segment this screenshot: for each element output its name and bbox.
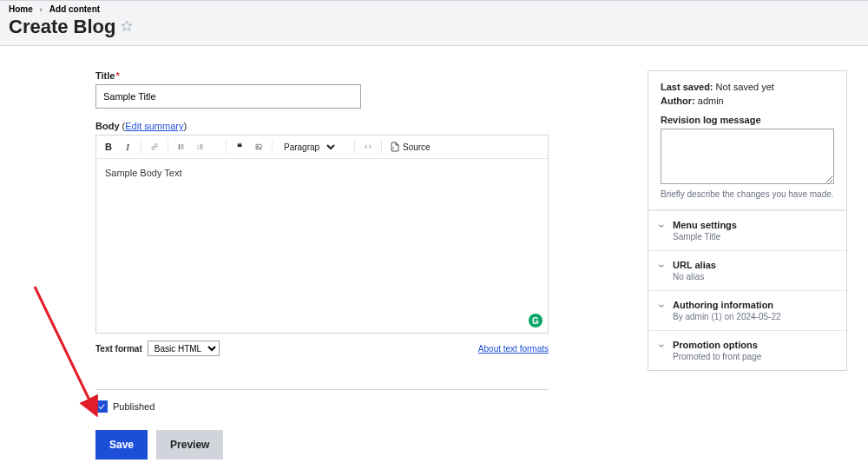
chevron-down-icon	[657, 222, 666, 230]
title-input[interactable]	[95, 84, 361, 109]
accordion-promotion-options[interactable]: Promotion options Promoted to front page	[648, 330, 846, 370]
text-format-label: Text format	[95, 344, 142, 354]
svg-marker-0	[122, 21, 133, 30]
body-label-row: Body (Edit summary)	[95, 121, 549, 131]
bold-button[interactable]: B	[100, 138, 117, 155]
chevron-down-icon	[657, 341, 666, 350]
last-saved-label: Last saved:	[661, 82, 713, 92]
save-button[interactable]: Save	[95, 430, 148, 460]
page-title: Create Blog	[9, 16, 115, 38]
preview-button[interactable]: Preview	[156, 430, 223, 460]
source-button[interactable]: Source	[386, 140, 434, 154]
breadcrumb-home[interactable]: Home	[9, 4, 33, 14]
blockquote-button[interactable]: ❝	[231, 138, 248, 155]
form-divider	[95, 389, 549, 390]
published-label: Published	[113, 401, 155, 412]
image-button[interactable]	[250, 138, 267, 155]
revision-log-label: Revision log message	[661, 115, 834, 125]
breadcrumb: Home › Add content	[9, 4, 859, 14]
chevron-down-icon	[657, 301, 666, 310]
accordion-menu-settings[interactable]: Menu settings Sample Title	[648, 210, 846, 250]
toolbar-separator	[354, 140, 355, 154]
chevron-right-icon: ›	[40, 5, 43, 14]
italic-button[interactable]: I	[119, 138, 136, 155]
star-icon[interactable]	[121, 20, 133, 35]
sidebar-panel: Last saved: Not saved yet Author: admin …	[648, 70, 847, 371]
accordion-authoring-info[interactable]: Authoring information By admin (1) on 20…	[648, 290, 846, 330]
bulleted-list-button[interactable]	[173, 138, 190, 155]
edit-summary-link[interactable]: Edit summary	[125, 121, 183, 131]
published-checkbox[interactable]	[95, 400, 108, 413]
toolbar-separator	[141, 140, 141, 154]
about-text-formats-link[interactable]: About text formats	[478, 344, 549, 354]
revision-log-textarea[interactable]	[661, 129, 834, 184]
code-button[interactable]	[359, 138, 377, 155]
header-region: Home › Add content Create Blog	[0, 0, 868, 46]
author-value: admin	[698, 96, 724, 106]
editor-toolbar: B I 123 ❝	[96, 136, 548, 159]
svg-text:3: 3	[197, 148, 199, 149]
numbered-list-button[interactable]: 123	[192, 138, 209, 155]
text-format-select[interactable]: Basic HTML	[148, 341, 220, 356]
revision-log-help: Briefly describe the changes you have ma…	[661, 189, 834, 199]
sidebar-column: Last saved: Not saved yet Author: admin …	[648, 70, 847, 460]
toolbar-separator	[381, 140, 382, 154]
svg-point-1	[179, 145, 180, 146]
chevron-down-icon	[657, 261, 666, 270]
breadcrumb-add-content[interactable]: Add content	[49, 4, 100, 14]
editor-content-area[interactable]: Sample Body Text G	[96, 159, 548, 333]
accordion-url-alias[interactable]: URL alias No alias	[648, 250, 846, 290]
last-saved-value: Not saved yet	[716, 82, 774, 92]
author-label: Author:	[661, 96, 695, 106]
body-text: Sample Body Text	[105, 168, 181, 178]
link-button[interactable]	[146, 138, 163, 155]
paragraph-style-select[interactable]: Paragraph	[277, 140, 338, 155]
svg-point-14	[258, 146, 259, 147]
title-label: Title*	[95, 70, 549, 81]
grammarly-icon[interactable]: G	[529, 314, 542, 327]
list-dropdown-icon[interactable]	[211, 138, 221, 155]
main-form-column: Title* Body (Edit summary) B I 123	[95, 70, 549, 460]
toolbar-separator	[272, 140, 273, 154]
svg-point-3	[179, 147, 180, 148]
toolbar-separator	[226, 140, 227, 154]
required-asterisk: *	[115, 70, 119, 81]
svg-point-5	[179, 149, 180, 149]
toolbar-separator	[168, 140, 168, 154]
paragraph-dropdown-icon[interactable]	[339, 138, 350, 155]
rich-text-editor: B I 123 ❝	[95, 135, 549, 334]
